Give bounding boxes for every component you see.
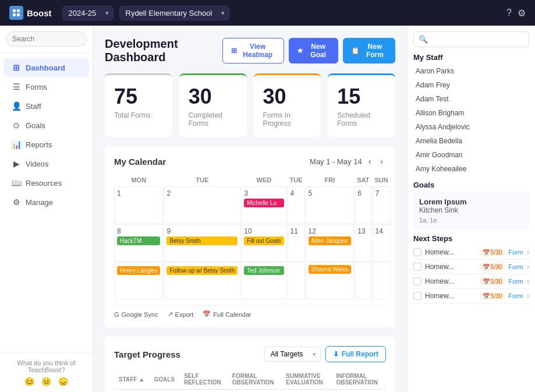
sidebar-item-resources[interactable]: 📖 Resources: [3, 174, 89, 192]
sidebar-item-videos[interactable]: ▶ Videos: [3, 154, 89, 173]
goal-title: Lorem Ipsum: [419, 197, 523, 206]
school-select[interactable]: Rydell Elementary School: [119, 6, 229, 20]
targets-select[interactable]: All Targets: [264, 347, 321, 362]
step-expand-icon[interactable]: ›: [527, 248, 529, 256]
sidebar-item-manage[interactable]: ⚙ Manage: [3, 193, 89, 211]
reports-icon: 📊: [12, 140, 21, 149]
svg-rect-3: [17, 13, 20, 16]
staff-item[interactable]: Amir Goodman: [413, 148, 529, 162]
cal-day: 6: [355, 186, 371, 224]
staff-cell: Aaron Parks Sample Target Group: [114, 390, 149, 393]
export-link[interactable]: ↗ Export: [168, 310, 194, 318]
rp-search-input[interactable]: [431, 36, 524, 44]
export-icon: ↗: [168, 310, 173, 318]
emoji-happy-icon[interactable]: 😊: [24, 377, 34, 386]
staff-list: Aaron Parks Adam Frey Adam Test Allison …: [413, 64, 529, 176]
target-table: STAFF ▲ GOALS SELF REFLECTION FORMAL OBS…: [114, 369, 386, 392]
sidebar-item-label: Staff: [26, 102, 41, 111]
cal-event[interactable]: Allen Jacques: [309, 236, 352, 245]
full-calendar-link[interactable]: 📅 Full Calendar: [203, 310, 251, 318]
sidebar-item-label: Dashboard: [26, 63, 65, 72]
cal-event[interactable]: Henry Langley: [117, 266, 160, 275]
col-self: SELF REFLECTION: [179, 369, 228, 390]
step-checkbox[interactable]: [413, 277, 421, 285]
sidebar-item-goals[interactable]: ⊙ Goals: [3, 116, 89, 135]
step-form-link[interactable]: Form: [508, 278, 523, 285]
step-form-link[interactable]: Form: [508, 249, 523, 256]
cal-event[interactable]: Ted Johnson: [244, 266, 284, 275]
step-expand-icon[interactable]: ›: [527, 292, 529, 300]
calendar-prev-button[interactable]: ‹: [366, 156, 374, 167]
emoji-neutral-icon[interactable]: 😐: [41, 377, 51, 386]
new-form-button[interactable]: 📋 New Form: [343, 38, 395, 63]
cal-day: 9 Betsy Smith: [164, 224, 240, 262]
google-sync-link[interactable]: G Google Sync: [114, 310, 158, 318]
school-select-wrap[interactable]: Rydell Elementary School: [119, 6, 229, 20]
sidebar-item-label: Forms: [26, 83, 47, 91]
col-formal: FORMAL OBSERVATION: [228, 369, 281, 390]
staff-item[interactable]: Alyssa Andjelovic: [413, 120, 529, 134]
cal-day: [355, 262, 371, 299]
main-layout: ⊞ Dashboard ☰ Forms 👤 Staff ⊙ Goals 📊 Re…: [0, 26, 535, 392]
informal-cell: —: [331, 390, 386, 393]
sidebar-item-forms[interactable]: ☰ Forms: [3, 77, 89, 96]
settings-icon[interactable]: ⚙: [518, 8, 526, 19]
col-informal: INFORMAL OBSERVATION: [331, 369, 386, 390]
search-input[interactable]: [6, 31, 87, 47]
staff-item[interactable]: Amelia Bedelia: [413, 134, 529, 148]
help-icon[interactable]: ?: [506, 8, 512, 18]
next-step-item: Homew... 📅 5/30 Form ›: [413, 289, 529, 303]
targets-select-wrap[interactable]: All Targets: [264, 347, 321, 362]
cal-event[interactable]: Follow up w/ Betsy Smith: [166, 266, 238, 275]
cal-day-header: TUE: [288, 174, 305, 186]
staff-item[interactable]: Aaron Parks: [413, 64, 529, 78]
right-panel-search[interactable]: 🔍: [413, 31, 529, 47]
calendar-section: My Calendar May 1 - May 14 ‹ › MON TUE W…: [105, 146, 395, 327]
step-form-link[interactable]: Form: [508, 263, 523, 270]
calendar-footer: G Google Sync ↗ Export 📅 Full Calendar: [114, 305, 386, 318]
sidebar-item-dashboard[interactable]: ⊞ Dashboard: [3, 58, 89, 77]
full-report-button[interactable]: ⬇ Full Report: [325, 346, 386, 362]
calendar-date-range: May 1 - May 14: [310, 157, 362, 166]
view-heatmap-button[interactable]: ⊞ View Heatmap: [222, 38, 285, 63]
next-steps-title: Next Steps: [413, 234, 529, 243]
table-header: STAFF ▲ GOALS SELF REFLECTION FORMAL OBS…: [114, 369, 386, 390]
step-expand-icon[interactable]: ›: [527, 263, 529, 271]
cal-event[interactable]: Fill out Goals: [244, 236, 284, 245]
sidebar-item-staff[interactable]: 👤 Staff: [3, 97, 89, 115]
cal-event[interactable]: Betsy Smith: [166, 236, 238, 245]
staff-item[interactable]: Adam Frey: [413, 78, 529, 92]
table-body: Aaron Parks Sample Target Group ⊖ + 0 0/…: [114, 390, 386, 393]
cal-day: 11: [288, 224, 305, 262]
step-form-link[interactable]: Form: [508, 292, 523, 299]
header-buttons: ⊞ View Heatmap ★ New Goal 📋 New Form: [222, 38, 395, 63]
calendar-next-button[interactable]: ›: [377, 156, 386, 167]
goals-icon: ⊙: [12, 121, 21, 130]
cal-event[interactable]: Shayna Weiss: [309, 265, 352, 274]
cal-day: 4: [288, 186, 305, 224]
cal-day: 5: [306, 186, 355, 224]
year-select[interactable]: 2024-25: [62, 6, 114, 20]
search-icon: 🔍: [419, 35, 428, 44]
staff-item[interactable]: Allison Brigham: [413, 106, 529, 120]
cal-event[interactable]: Michelle Lu: [244, 199, 284, 207]
step-text: Homew...: [425, 248, 476, 256]
emoji-sad-icon[interactable]: 😞: [58, 377, 68, 386]
staff-item[interactable]: Amy Koheeailee: [413, 162, 529, 176]
sidebar-item-reports[interactable]: 📊 Reports: [3, 135, 89, 154]
stats-grid: 75 Total Forms 30 Completed Forms 30 For…: [105, 73, 395, 137]
calendar-grid: MON TUE WED TUE FRI SAT SUN 1 2 3 Michel…: [114, 174, 386, 299]
page-title: Development Dashboard: [105, 37, 222, 64]
step-expand-icon[interactable]: ›: [527, 277, 529, 285]
step-checkbox[interactable]: [413, 248, 421, 256]
staff-item[interactable]: Adam Test: [413, 92, 529, 106]
year-select-wrap[interactable]: 2024-25: [62, 6, 114, 20]
step-checkbox[interactable]: [413, 292, 421, 300]
videos-icon: ▶: [12, 159, 21, 168]
stat-label: Total Forms: [114, 111, 163, 119]
stat-number: 75: [114, 84, 163, 109]
cal-day: 13: [355, 224, 371, 262]
new-goal-button[interactable]: ★ New Goal: [289, 38, 338, 63]
step-checkbox[interactable]: [413, 263, 421, 271]
cal-event[interactable]: HackTM: [117, 236, 160, 245]
